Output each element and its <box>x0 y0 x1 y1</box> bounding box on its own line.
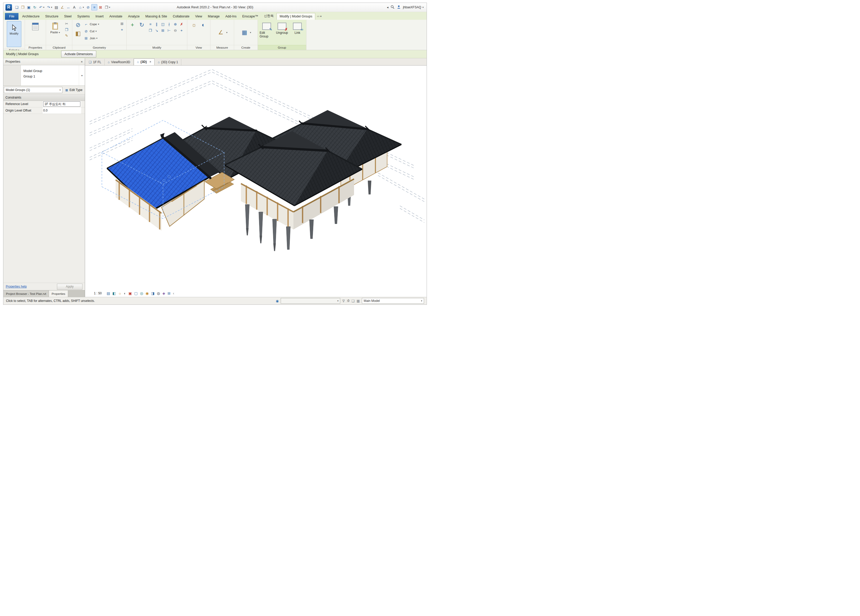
infocenter-back-icon[interactable]: ◂ <box>387 5 388 9</box>
type-selector[interactable]: Model Group Group 1 ▾ <box>3 65 85 86</box>
design-option-dropdown[interactable]: Main Model ▾ <box>362 298 424 304</box>
panel-label-clipboard[interactable]: Clipboard <box>46 45 72 50</box>
measure-tool-icon[interactable]: ∠ <box>217 28 225 36</box>
view-tab-viewroom3d[interactable]: ⌂ ViewRoom3D <box>105 59 133 65</box>
section-icon[interactable]: ⊘ <box>85 5 91 10</box>
match-type-icon[interactable]: ✎ <box>64 33 69 38</box>
workset-dropdown[interactable]: ▾ <box>281 298 340 304</box>
view3d-caret-icon[interactable]: ▾ <box>83 6 85 9</box>
save-icon[interactable]: ▣ <box>26 5 31 10</box>
default-3d-view-icon[interactable]: ⌂ <box>77 5 83 10</box>
qat-customize-caret-icon[interactable]: ▾ <box>109 6 111 9</box>
copy-icon[interactable]: ❐ <box>64 27 69 32</box>
tab-insert[interactable]: Insert <box>93 13 107 20</box>
paste-button[interactable]: Paste ▾ <box>48 21 63 34</box>
new-document-icon[interactable]: ❏ <box>14 5 19 10</box>
displaced-elements-icon[interactable]: ◈ <box>162 291 165 295</box>
panel-label-geometry[interactable]: Geometry <box>72 45 126 50</box>
reveal-hidden-elements-icon[interactable]: ◉ <box>146 291 149 295</box>
ribbon-display-caret-icon[interactable]: ▾ <box>320 15 322 18</box>
tab-project-browser[interactable]: Project Browser - Test Plan.rvt <box>3 290 49 297</box>
collapse-bar-icon[interactable]: ‹ <box>173 291 174 295</box>
scale-icon[interactable]: ↘ <box>154 28 159 33</box>
apply-button[interactable]: Apply <box>57 284 82 290</box>
measure-icon[interactable]: ∠ <box>60 5 65 10</box>
tab-structure[interactable]: Structure <box>42 13 61 20</box>
text-icon[interactable]: A <box>72 5 77 10</box>
cope-button[interactable]: ⌐ Cope ▾ <box>83 21 118 27</box>
redo-icon[interactable]: ↷ <box>46 5 51 10</box>
tab-manage[interactable]: Manage <box>205 13 223 20</box>
tab-analyze[interactable]: Analyze <box>125 13 142 20</box>
demolish-icon[interactable]: ⊠ <box>119 21 125 26</box>
3d-model-canvas[interactable] <box>85 66 427 290</box>
align-icon[interactable]: ≡ <box>148 22 153 27</box>
undo-caret-icon[interactable]: ▾ <box>43 6 45 9</box>
panel-label-create[interactable]: Create <box>234 45 257 50</box>
active-workset-icon[interactable]: ◉ <box>276 299 279 303</box>
temporary-view-properties-icon[interactable]: ◨ <box>151 291 154 295</box>
switch-windows-icon[interactable]: ❐ <box>104 5 109 10</box>
properties-button[interactable] <box>28 21 43 31</box>
properties-help-link[interactable]: Properties help <box>6 285 27 288</box>
visual-style-icon[interactable]: ◧ <box>112 291 116 295</box>
hide-in-view-icon[interactable]: ☼ <box>190 21 198 29</box>
drawing-area[interactable] <box>85 66 427 290</box>
view-tab-3d[interactable]: ⌂ {3D} × <box>134 58 155 65</box>
panel-label-measure[interactable]: Measure <box>210 45 234 50</box>
design-options-icon[interactable]: ▦ <box>357 299 360 303</box>
type-selector-caret-icon[interactable]: ▾ <box>79 65 85 86</box>
editable-only-icon[interactable]: ❏ <box>352 299 355 303</box>
shadows-icon[interactable]: ◐ <box>124 291 126 295</box>
revit-logo[interactable]: R <box>5 4 12 11</box>
tab-architecture[interactable]: Architecture <box>19 13 42 20</box>
array-icon[interactable]: ⊞ <box>160 28 165 33</box>
tab-steel[interactable]: Steel <box>61 13 75 20</box>
reveal-constraints-icon[interactable]: ⊞ <box>168 291 171 295</box>
ungroup-button[interactable]: ✗ Ungroup <box>275 21 289 34</box>
user-menu-caret-icon[interactable]: ▾ <box>422 6 425 9</box>
aligned-dimension-icon[interactable]: ↔ <box>66 5 71 10</box>
paint-icon[interactable]: ◧ <box>74 30 82 38</box>
wall-joins-icon[interactable]: ⌖ <box>119 27 125 32</box>
edit-type-button[interactable]: ▦ Edit Type <box>63 87 84 93</box>
close-view-tab-icon[interactable]: × <box>149 60 151 64</box>
tab-properties-palette[interactable]: Properties <box>49 290 68 297</box>
tab-shinhanok[interactable]: 신한옥 <box>261 13 276 20</box>
undo-icon[interactable]: ↶ <box>38 5 44 10</box>
ribbon-display-icon[interactable]: ▭ <box>317 15 319 18</box>
analytical-model-icon[interactable]: ◍ <box>157 291 160 295</box>
temporary-hide-isolate-icon[interactable]: ◎ <box>140 291 143 295</box>
tab-collaborate[interactable]: Collaborate <box>170 13 192 20</box>
properties-close-icon[interactable]: × <box>81 60 83 64</box>
view-tab-1f-fl[interactable]: ❏ 1F FL <box>86 59 105 65</box>
print-icon[interactable]: ▤ <box>53 5 59 10</box>
activate-dimensions-button[interactable]: Activate Dimensions <box>61 51 96 58</box>
join-button[interactable]: ⊞ Join ▾ <box>83 35 118 41</box>
panel-label-properties[interactable]: Properties <box>25 45 46 50</box>
tab-modify-model-groups[interactable]: Modify | Model Groups <box>276 13 315 20</box>
show-crop-region-icon[interactable]: ▢ <box>134 291 138 295</box>
delete-icon[interactable]: ✗ <box>179 22 184 27</box>
tab-annotate[interactable]: Annotate <box>107 13 125 20</box>
project-browser-toggle-icon[interactable]: ≡ <box>91 4 97 10</box>
origin-level-offset-value[interactable]: 0.0 <box>42 107 81 114</box>
rotate-icon[interactable]: ↻ <box>138 21 146 29</box>
pin-icon[interactable]: ⊕ <box>173 22 178 27</box>
detail-level-icon[interactable]: ▤ <box>107 291 110 295</box>
tab-enscape[interactable]: Enscape™ <box>239 13 261 20</box>
user-account-icon[interactable] <box>397 5 401 10</box>
reference-level-value[interactable]: 1F 주심도리 하 <box>43 102 80 107</box>
create-caret-icon[interactable]: ▾ <box>250 31 251 34</box>
split-icon[interactable]: ∤ <box>166 22 172 27</box>
measure-caret-icon[interactable]: ▾ <box>226 31 228 34</box>
redo-caret-icon[interactable]: ▾ <box>51 6 53 9</box>
panel-label-modify[interactable]: Modify <box>127 45 187 50</box>
panel-label-group[interactable]: Group <box>258 45 306 50</box>
scale-control[interactable]: 1 : 50 <box>94 292 102 295</box>
tab-file[interactable]: File <box>5 13 19 20</box>
section-constraints[interactable]: Constraints <box>3 94 85 101</box>
view-tab-3d-copy-1[interactable]: ⌂ {3D} Copy 1 <box>154 59 181 65</box>
username[interactable]: jhbaeXFSAQ <box>403 5 421 9</box>
cut-icon[interactable]: ✂ <box>64 21 69 26</box>
